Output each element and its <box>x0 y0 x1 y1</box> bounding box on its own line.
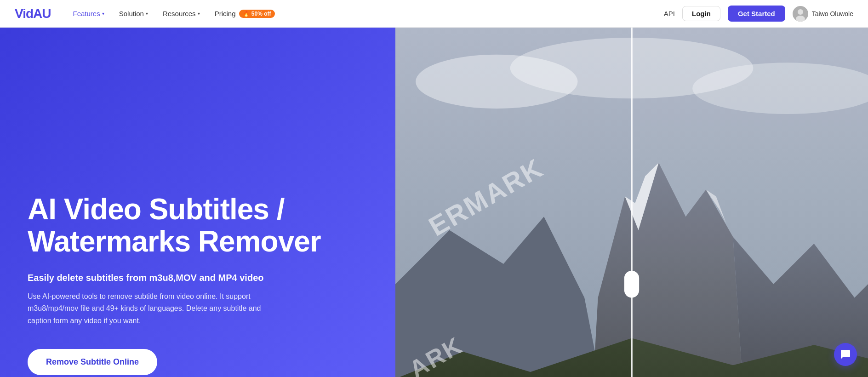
nav-features[interactable]: Features ▾ <box>73 10 104 17</box>
user-info[interactable]: Taiwo Oluwole <box>793 6 853 22</box>
pricing-wrap: Pricing 🔥 50% off <box>215 10 275 18</box>
chat-bubble[interactable] <box>834 343 857 366</box>
hero-title: AI Video Subtitles /Watermarks Remover <box>28 193 368 258</box>
nav-pricing[interactable]: Pricing <box>215 10 236 17</box>
svg-point-1 <box>798 9 803 15</box>
video-preview: ERMARK ARK #WA <box>395 28 868 377</box>
chat-icon <box>840 349 851 360</box>
mountain-svg: ERMARK ARK #WA <box>395 28 868 377</box>
logo[interactable]: VidAU <box>15 6 51 21</box>
hero-subtitle: Easily delete subtitles from m3u8,MOV an… <box>28 273 368 283</box>
login-button[interactable]: Login <box>682 6 720 21</box>
hero-right: ERMARK ARK #WA <box>395 28 868 377</box>
navbar: VidAU Features ▾ Solution ▾ Resources ▾ … <box>0 0 868 28</box>
user-name: Taiwo Oluwole <box>812 10 853 17</box>
svg-rect-23 <box>632 28 868 377</box>
nav-resources[interactable]: Resources ▾ <box>163 10 200 17</box>
get-started-button[interactable]: Get Started <box>728 6 785 22</box>
chevron-down-icon: ▾ <box>102 11 104 16</box>
nav-solution[interactable]: Solution ▾ <box>119 10 148 17</box>
hero-left: AI Video Subtitles /Watermarks Remover E… <box>0 28 395 377</box>
discount-badge: 🔥 50% off <box>239 10 274 18</box>
nav-api[interactable]: API <box>664 10 675 17</box>
chevron-down-icon: ▾ <box>146 11 148 16</box>
hero-section: AI Video Subtitles /Watermarks Remover E… <box>0 28 868 377</box>
cta-button[interactable]: Remove Subtitle Online <box>28 349 157 375</box>
nav-links: Features ▾ Solution ▾ Resources ▾ Pricin… <box>73 10 664 18</box>
hero-description: Use AI-powered tools to remove subtitle … <box>28 291 285 327</box>
nav-right: API Login Get Started Taiwo Oluwole <box>664 6 853 22</box>
avatar <box>793 6 808 22</box>
chevron-down-icon: ▾ <box>198 11 200 16</box>
